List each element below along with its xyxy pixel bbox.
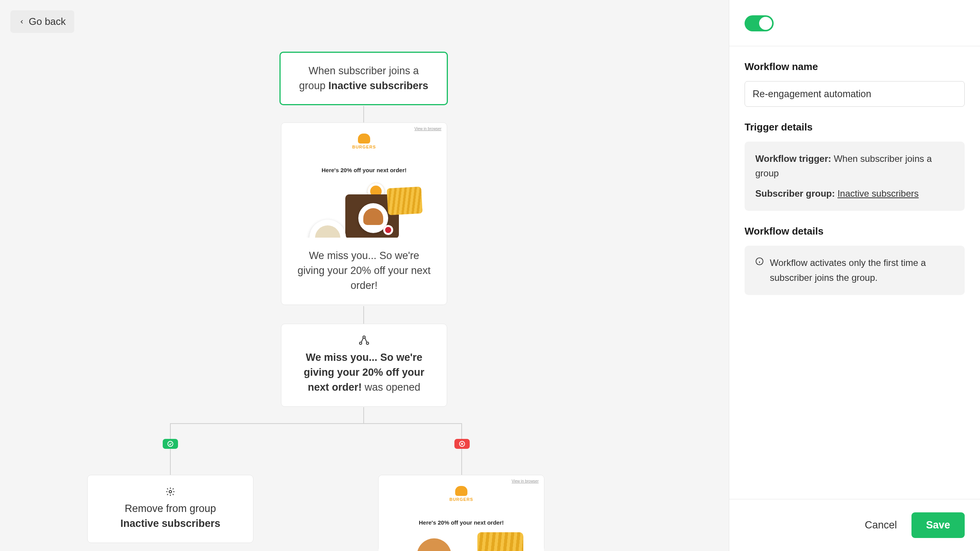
cancel-button[interactable]: Cancel — [861, 514, 901, 536]
condition-suffix: was opened — [362, 381, 420, 393]
check-circle-icon — [167, 440, 174, 447]
brand-logo-2: BURGERS — [449, 486, 474, 505]
food-image — [312, 182, 416, 238]
connector — [363, 306, 364, 324]
email-node-2[interactable]: View in browser BURGERS Here's 20% off y… — [378, 475, 544, 551]
trigger-details-heading: Trigger details — [745, 121, 965, 133]
svg-point-7 — [169, 491, 172, 493]
x-circle-icon — [459, 440, 466, 447]
connector — [363, 106, 364, 122]
details-note: Workflow activates only the first time a… — [770, 256, 954, 285]
group-link[interactable]: Inactive subscribers — [838, 188, 919, 199]
workflow-details-box: Workflow activates only the first time a… — [745, 246, 965, 295]
condition-node[interactable]: We miss you... So we're giving your 20% … — [281, 324, 447, 407]
email-preview: View in browser BURGERS Here's 20% off y… — [281, 123, 447, 238]
preview-headline-2: Here's 20% off your next order! — [379, 519, 544, 526]
info-icon — [755, 257, 764, 266]
sidebar-footer: Cancel Save — [729, 499, 980, 551]
brand-name-2: BURGERS — [449, 497, 473, 502]
view-in-browser-link-2: View in browser — [512, 479, 539, 483]
connector — [461, 423, 462, 475]
connector — [170, 423, 171, 475]
brand-logo: BURGERS — [351, 134, 377, 153]
svg-point-2 — [366, 342, 369, 344]
email-preview-2: View in browser BURGERS Here's 20% off y… — [379, 475, 544, 551]
trigger-group: Inactive subscribers — [328, 80, 428, 91]
action-node[interactable]: Remove from group Inactive subscribers — [87, 475, 253, 543]
branch-yes-badge — [163, 439, 178, 449]
trigger-node[interactable]: When subscriber joins a group Inactive s… — [279, 52, 448, 105]
gear-icon — [165, 487, 175, 497]
svg-point-1 — [359, 342, 362, 344]
group-label: Subscriber group: — [755, 188, 835, 199]
connector — [170, 423, 462, 424]
branch-no-badge — [454, 439, 470, 449]
toggle-knob — [759, 17, 772, 30]
action-group: Inactive subscribers — [101, 516, 240, 531]
action-line1: Remove from group — [101, 501, 240, 516]
view-in-browser-link: View in browser — [415, 127, 441, 131]
brand-name: BURGERS — [352, 145, 376, 149]
workflow-name-heading: Workflow name — [745, 61, 965, 73]
workflow-canvas[interactable]: Go back When subscriber joins a group In… — [0, 0, 729, 551]
save-button[interactable]: Save — [911, 512, 965, 538]
preview-headline: Here's 20% off your next order! — [281, 167, 447, 173]
trigger-details-box: Workflow trigger: When subscriber joins … — [745, 142, 965, 211]
connector — [363, 407, 364, 423]
split-icon — [359, 336, 369, 345]
trigger-label: Workflow trigger: — [755, 153, 831, 164]
email-node[interactable]: View in browser BURGERS Here's 20% off y… — [281, 122, 447, 305]
workflow-active-toggle[interactable] — [745, 15, 774, 31]
email-caption: We miss you... So we're giving your 20% … — [281, 238, 447, 293]
workflow-name-input[interactable] — [745, 81, 965, 107]
settings-sidebar: Workflow name Trigger details Workflow t… — [729, 0, 980, 551]
workflow-details-heading: Workflow details — [745, 225, 965, 237]
